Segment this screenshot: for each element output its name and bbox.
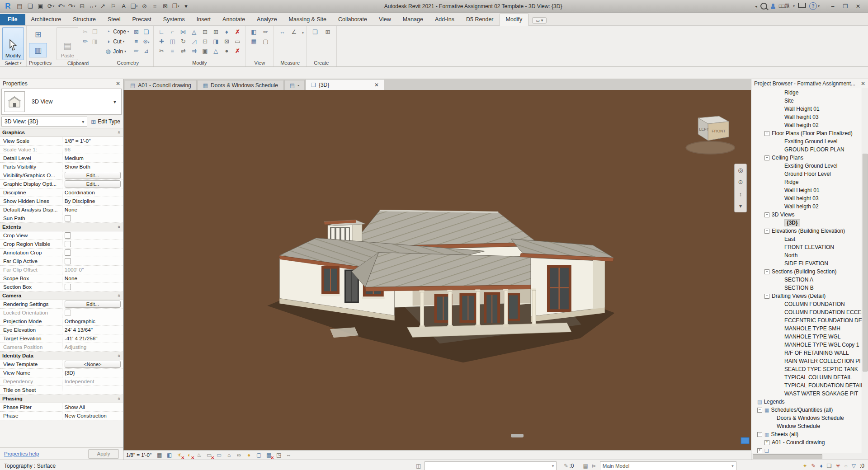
collapse-section-icon[interactable]: « bbox=[117, 294, 122, 297]
rotate-icon[interactable]: ↻ bbox=[179, 38, 188, 45]
property-value[interactable]: Orthographic bbox=[62, 317, 123, 325]
property-value[interactable] bbox=[62, 386, 123, 394]
collapse-node-icon[interactable]: − bbox=[764, 212, 769, 217]
collapse-node-icon[interactable]: − bbox=[757, 432, 762, 437]
worksharing-display-icon[interactable]: ✦ bbox=[802, 463, 807, 469]
mirror-pick-axis-icon[interactable]: ⋈ bbox=[179, 28, 188, 35]
sign-in-icon[interactable] bbox=[770, 2, 776, 11]
property-checkbox[interactable] bbox=[65, 284, 71, 290]
drag-elements-icon[interactable]: ✳ bbox=[835, 463, 840, 469]
close-button[interactable]: ✕ bbox=[852, 1, 864, 11]
unpin-icon[interactable]: ✗ bbox=[233, 28, 242, 35]
paint-icon[interactable]: ✏ bbox=[132, 47, 141, 54]
sync-with-central-icon-dropdown[interactable]: ▾ bbox=[53, 5, 55, 8]
remove-coping-icon[interactable]: ⊛▾ bbox=[142, 38, 151, 45]
property-value[interactable]: Coordination bbox=[62, 188, 123, 197]
beam-cutback-icon[interactable]: ❑ bbox=[142, 28, 151, 35]
ribbon-tab-view[interactable]: View bbox=[373, 14, 397, 25]
mirror-draw-axis-icon[interactable]: ◬ bbox=[189, 28, 199, 35]
ribbon-tab-d5-render[interactable]: D5 Render bbox=[460, 14, 499, 25]
worksets-icon[interactable]: ◫ bbox=[416, 463, 421, 469]
move-icon[interactable]: ✚ bbox=[157, 38, 166, 45]
restore-button[interactable]: ❐ bbox=[839, 1, 852, 11]
tree-item-east[interactable]: East bbox=[751, 235, 868, 243]
tree-item-schedules-quantities-all-[interactable]: −▦Schedules/Quantities (all) bbox=[751, 406, 868, 414]
project-browser-close-icon[interactable]: ✕ bbox=[861, 80, 865, 87]
file-tabs-icon[interactable]: ▤ bbox=[14, 1, 25, 11]
match-type-icon[interactable]: ✏ bbox=[80, 38, 90, 45]
select-elements-by-face-icon[interactable]: ❏ bbox=[827, 463, 832, 469]
tree-item-sheets-all-[interactable]: −▥Sheets (all) bbox=[751, 430, 868, 438]
section-header-camera[interactable]: Camera« bbox=[0, 291, 123, 300]
paste-button[interactable]: ▤ Paste bbox=[57, 27, 78, 60]
copy-icon[interactable]: ◫ bbox=[168, 38, 177, 45]
switch-windows-icon-dropdown[interactable]: ▾ bbox=[178, 5, 179, 8]
triangle-icon[interactable]: △ bbox=[211, 47, 221, 54]
erase-icon[interactable]: ✗ bbox=[233, 47, 242, 54]
property-value[interactable]: Edit... bbox=[62, 171, 123, 179]
tree-item-section-a[interactable]: SECTION A bbox=[751, 276, 868, 284]
tree-item-ridge[interactable]: Ridge bbox=[751, 178, 868, 186]
type-selector[interactable]: 3D View ▼ bbox=[1, 89, 122, 115]
property-value[interactable]: Adjusting bbox=[62, 343, 123, 351]
tree-item-north[interactable]: North bbox=[751, 251, 868, 259]
view-scale-button[interactable]: 1/8" = 1'-0" bbox=[126, 452, 151, 458]
tree-item-wall-height-03[interactable]: Wall height 03 bbox=[751, 113, 868, 121]
background-processes-icon[interactable]: ○ bbox=[844, 463, 848, 469]
doc-tab--3d-[interactable]: ❑{3D}✕ bbox=[306, 79, 384, 90]
section-header-graphics[interactable]: Graphics« bbox=[0, 128, 123, 137]
viewcube-front-label[interactable]: FRONT bbox=[712, 129, 726, 133]
tree-item-sections-building-section-[interactable]: −Sections (Building Section) bbox=[751, 268, 868, 276]
default-3d-view-icon[interactable]: ❑▾ bbox=[129, 1, 139, 11]
override-graphics-icon[interactable]: ✏ bbox=[261, 28, 270, 35]
property-value[interactable]: 1/8" = 1'-0" bbox=[62, 137, 123, 145]
collapse-node-icon[interactable]: − bbox=[764, 269, 769, 274]
property-value[interactable] bbox=[62, 214, 123, 222]
drawing-area[interactable]: LEFT FRONT ◎⊙↕▾ bbox=[123, 90, 751, 450]
tree-item-wall-height-01[interactable]: Wall Height 01 bbox=[751, 186, 868, 194]
collapse-section-icon[interactable]: « bbox=[117, 397, 122, 400]
navigation-bar[interactable]: ◎⊙↕▾ bbox=[734, 164, 747, 212]
doc-tab-a01-council-drawing[interactable]: ▤A01 - Council drawing bbox=[125, 80, 197, 90]
close-inactive-views-icon[interactable]: ⊠ bbox=[160, 1, 170, 11]
collapse-node-icon[interactable]: − bbox=[764, 294, 769, 299]
filter-icon[interactable]: ▽ bbox=[852, 463, 856, 469]
active-option-icon[interactable]: ⊳ bbox=[592, 463, 596, 469]
tree-item-wast-water-soakage-pit[interactable]: WAST WATER SOAKAGE PIT bbox=[751, 390, 868, 398]
property-checkbox[interactable] bbox=[65, 249, 71, 256]
tree-item-ground-floor-plan[interactable]: GROUND FLOOR PLAN bbox=[751, 146, 868, 154]
ribbon-tab-structure[interactable]: Structure bbox=[67, 14, 102, 25]
tree-item[interactable]: +❑ bbox=[751, 446, 868, 453]
tree-item-legends[interactable]: ▤Legends bbox=[751, 398, 868, 406]
property-checkbox[interactable] bbox=[65, 258, 71, 264]
tag-by-category-icon[interactable]: ⚐ bbox=[108, 1, 118, 11]
thin-lines-icon[interactable]: ≡ bbox=[150, 1, 160, 11]
tree-item-a01-council-drawing[interactable]: +A01 - Council drawing bbox=[751, 438, 868, 446]
properties-help-link[interactable]: Properties help bbox=[4, 451, 39, 456]
split-element-icon[interactable]: ⊟ bbox=[200, 28, 210, 35]
sync-with-central-icon[interactable]: ⟳▾ bbox=[46, 1, 56, 11]
tree-item--3d-[interactable]: {3D} bbox=[751, 219, 868, 227]
tree-item-manhole-type-wgl-copy-1[interactable]: MANHOLE TYPE WGL Copy 1 bbox=[751, 341, 868, 349]
collapse-node-icon[interactable]: − bbox=[757, 408, 762, 413]
property-value[interactable]: 24' 4 13/64" bbox=[62, 326, 123, 334]
doc-tab-close-icon[interactable]: ✕ bbox=[366, 82, 379, 88]
collapse-node-icon[interactable]: − bbox=[764, 131, 769, 136]
collapse-section-icon[interactable]: « bbox=[117, 354, 122, 357]
tree-item-manhole-type-wgl[interactable]: MANHOLE TYPE WGL bbox=[751, 333, 868, 341]
redo-icon[interactable]: ↷▾ bbox=[66, 1, 77, 11]
property-value[interactable]: New Construction bbox=[62, 412, 123, 420]
paste-aligned-icon[interactable]: ◨ bbox=[90, 38, 99, 45]
crop-region-visible-icon[interactable]: ▭ bbox=[215, 451, 223, 459]
properties-toggle-icon[interactable]: ▥ bbox=[29, 43, 47, 57]
user-name[interactable]: □□题 bbox=[779, 3, 790, 9]
cut-to-clipboard-icon[interactable]: ✂ bbox=[80, 28, 90, 35]
tree-item-ridge[interactable]: Ridge bbox=[751, 89, 868, 97]
ribbon-tab-annotate[interactable]: Annotate bbox=[217, 14, 251, 25]
trim-extend-single-icon[interactable]: ⊡ bbox=[200, 38, 210, 45]
copy-to-clipboard-icon[interactable]: ❐ bbox=[90, 28, 99, 35]
canvas-hscroll-thumb[interactable] bbox=[511, 434, 524, 437]
ribbon-tab-add-ins[interactable]: Add-Ins bbox=[429, 14, 460, 25]
property-value[interactable]: <None> bbox=[62, 360, 123, 368]
tree-item-typical-foundation-detail[interactable]: TYPICAL FOUNDATION DETAIL bbox=[751, 381, 868, 390]
